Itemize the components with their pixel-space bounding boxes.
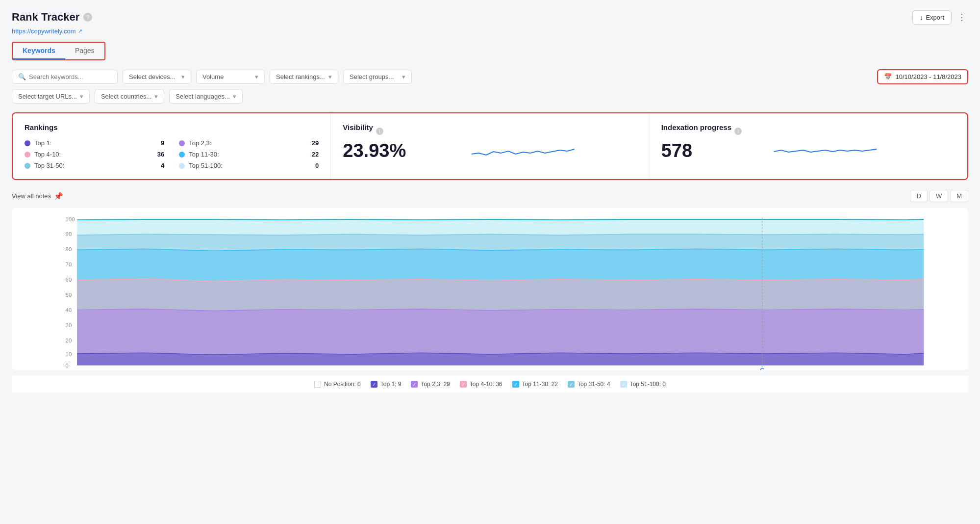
- svg-text:20: 20: [66, 338, 72, 343]
- visibility-sparkline: [414, 139, 637, 164]
- chart-legend: No Position: 0 ✓ Top 1: 9 ✓ Top 2,3: 29 …: [12, 376, 968, 393]
- search-box[interactable]: 🔍: [12, 70, 118, 84]
- page-title: Rank Tracker: [12, 11, 79, 24]
- svg-text:50: 50: [66, 292, 72, 298]
- tabs-container: Keywords Pages: [12, 42, 105, 60]
- chevron-down-icon: ▾: [402, 73, 405, 80]
- target-urls-filter[interactable]: Select target URLs... ▾: [12, 89, 90, 104]
- devices-filter[interactable]: Select devices... ▾: [123, 70, 191, 84]
- site-url-link[interactable]: https://copywritely.com ↗: [12, 27, 968, 35]
- svg-text:40: 40: [66, 307, 72, 313]
- chevron-down-icon: ▾: [328, 73, 332, 80]
- legend-item[interactable]: ✓ Top 31-50: 4: [568, 381, 610, 388]
- legend-item[interactable]: ✓ Top 11-30: 22: [512, 381, 558, 388]
- ranking-label: Top 4-10:: [34, 151, 153, 158]
- legend-checkbox[interactable]: ✓: [371, 381, 377, 388]
- indexation-sparkline: [700, 139, 955, 164]
- legend-label: Top 51-100: 0: [630, 381, 666, 388]
- period-day-button[interactable]: D: [910, 190, 927, 202]
- ranking-value: 22: [312, 151, 319, 158]
- svg-text:30: 30: [66, 322, 72, 328]
- legend-item[interactable]: No Position: 0: [314, 381, 361, 388]
- legend-label: Top 4-10: 36: [470, 381, 503, 388]
- legend-checkbox[interactable]: ✓: [512, 381, 519, 388]
- ranking-value: 29: [312, 139, 319, 147]
- legend-item[interactable]: ✓ Top 2,3: 29: [411, 381, 450, 388]
- svg-text:10: 10: [66, 351, 72, 357]
- ranking-value: 9: [161, 139, 164, 147]
- legend-label: Top 2,3: 29: [421, 381, 450, 388]
- date-range-filter[interactable]: 📅 10/10/2023 - 11/8/2023: [877, 69, 968, 84]
- period-month-button[interactable]: M: [950, 190, 968, 202]
- tab-pages[interactable]: Pages: [65, 43, 104, 59]
- legend-item[interactable]: ✓ Top 1: 9: [371, 381, 402, 388]
- groups-filter[interactable]: Select groups... ▾: [343, 70, 412, 84]
- ranking-dot: [179, 163, 185, 169]
- ranking-row: Top 31-50: 4: [25, 162, 164, 169]
- search-input[interactable]: [29, 73, 111, 80]
- languages-filter[interactable]: Select languages... ▾: [169, 89, 243, 104]
- chevron-down-icon: ▾: [233, 93, 236, 100]
- chevron-down-icon: ▾: [154, 93, 158, 100]
- rankings-filter[interactable]: Select rankings... ▾: [270, 70, 338, 84]
- legend-checkbox[interactable]: [314, 381, 321, 388]
- volume-filter[interactable]: Volume ▾: [196, 70, 265, 84]
- ranking-dot: [25, 140, 30, 146]
- export-button[interactable]: ↓ Export: [912, 10, 952, 25]
- chart-area: 100 90 80 70 60 50 40 30 20 10 0: [12, 208, 968, 370]
- download-icon: ↓: [920, 14, 923, 21]
- svg-text:70: 70: [66, 262, 72, 267]
- indexation-card: Indexation progress i 578: [650, 113, 967, 179]
- ranking-value: 0: [315, 162, 319, 169]
- search-icon: 🔍: [18, 73, 26, 80]
- ranking-label: Top 11-30:: [189, 151, 308, 158]
- ranking-label: Top 2,3:: [189, 139, 308, 147]
- tab-keywords[interactable]: Keywords: [13, 43, 65, 59]
- svg-text:G: G: [760, 367, 765, 370]
- ranking-row: Top 1: 9: [25, 139, 164, 147]
- calendar-icon: 📅: [884, 73, 892, 80]
- ranking-dot: [179, 152, 185, 157]
- legend-checkbox[interactable]: ✓: [460, 381, 467, 388]
- visibility-info-icon[interactable]: i: [376, 128, 383, 135]
- legend-item[interactable]: ✓ Top 4-10: 36: [460, 381, 503, 388]
- chevron-down-icon: ▾: [80, 93, 83, 100]
- help-icon[interactable]: ?: [83, 13, 92, 22]
- rankings-title: Rankings: [25, 123, 58, 131]
- legend-item[interactable]: ✓ Top 51-100: 0: [620, 381, 666, 388]
- stats-section: Rankings Top 1: 9 Top 2,3: 29 Top 4-10: …: [12, 112, 968, 180]
- svg-text:100: 100: [66, 216, 75, 222]
- svg-text:0: 0: [66, 363, 69, 368]
- ranking-row: Top 11-30: 22: [179, 151, 319, 158]
- indexation-info-icon[interactable]: i: [734, 128, 742, 135]
- legend-checkbox[interactable]: ✓: [411, 381, 418, 388]
- legend-label: No Position: 0: [324, 381, 361, 388]
- filters-row-2: Select target URLs... ▾ Select countries…: [12, 89, 968, 104]
- ranking-label: Top 51-100:: [189, 162, 311, 169]
- chevron-down-icon: ▾: [181, 73, 185, 80]
- external-link-icon: ↗: [78, 28, 82, 34]
- ranking-label: Top 1:: [34, 139, 157, 147]
- countries-filter[interactable]: Select countries... ▾: [95, 89, 164, 104]
- svg-text:60: 60: [66, 277, 72, 283]
- legend-checkbox[interactable]: ✓: [620, 381, 627, 388]
- svg-text:80: 80: [66, 246, 72, 252]
- ranking-label: Top 31-50:: [34, 162, 157, 169]
- visibility-value: 23.93%: [343, 140, 406, 161]
- ranking-value: 36: [157, 151, 164, 158]
- more-options-button[interactable]: ⋮: [955, 10, 968, 25]
- rankings-card: Rankings Top 1: 9 Top 2,3: 29 Top 4-10: …: [13, 113, 331, 179]
- visibility-title: Visibility: [343, 123, 373, 131]
- ranking-row: Top 4-10: 36: [25, 151, 164, 158]
- filters-row-1: 🔍 Select devices... ▾ Volume ▾ Select ra…: [12, 69, 968, 84]
- chart-header: View all notes 📌 D W M: [12, 190, 968, 202]
- legend-label: Top 1: 9: [380, 381, 402, 388]
- legend-label: Top 11-30: 22: [522, 381, 558, 388]
- legend-checkbox[interactable]: ✓: [568, 381, 575, 388]
- main-chart: 100 90 80 70 60 50 40 30 20 10 0: [17, 213, 963, 370]
- pin-icon: 📌: [54, 192, 63, 201]
- svg-text:90: 90: [66, 231, 72, 237]
- indexation-value: 578: [661, 140, 692, 161]
- period-week-button[interactable]: W: [930, 190, 948, 202]
- view-all-notes-button[interactable]: View all notes 📌: [12, 192, 63, 201]
